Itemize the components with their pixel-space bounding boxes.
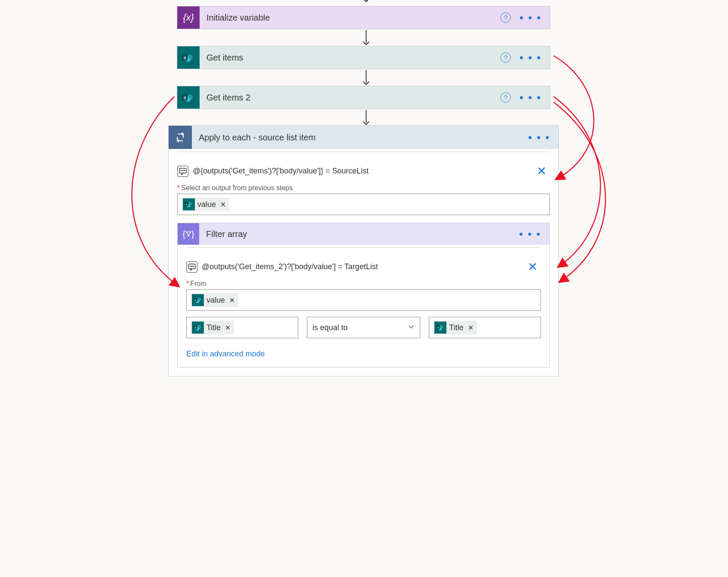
variable-icon: {x}: [177, 6, 200, 29]
from-input[interactable]: s value ✕: [186, 289, 541, 311]
more-menu-icon[interactable]: ● ● ●: [517, 12, 545, 23]
comment-icon: [186, 261, 197, 273]
filter-icon: { }: [178, 223, 199, 245]
card-title: Get items: [206, 53, 500, 63]
select-output-input[interactable]: s value ✕: [177, 194, 550, 215]
card-get-items[interactable]: S Get items ? ● ● ●: [177, 46, 550, 69]
field-label: *Select an output from previous steps: [177, 184, 550, 192]
comment-row: @{outputs('Get_items')?['body/value']} =…: [177, 164, 550, 178]
flow-arrow-icon: [362, 0, 370, 3]
loop-icon: [169, 126, 192, 149]
svg-point-6: [182, 170, 183, 171]
close-icon[interactable]: ✕: [528, 260, 541, 274]
sharepoint-icon: s: [434, 322, 446, 334]
help-icon[interactable]: ?: [500, 52, 511, 63]
token-value[interactable]: s value ✕: [191, 293, 238, 307]
close-icon[interactable]: ✕: [537, 164, 550, 178]
card-initialize-variable[interactable]: {x} Initialize variable ? ● ● ●: [177, 6, 550, 29]
sharepoint-icon: S: [177, 86, 200, 109]
card-get-items-2[interactable]: S Get items 2 ? ● ● ●: [177, 86, 550, 109]
help-icon[interactable]: ?: [500, 12, 511, 23]
sharepoint-icon: s: [183, 198, 195, 210]
flow-arrow-icon: [362, 110, 370, 126]
card-title: Filter array: [206, 229, 516, 239]
card-filter-array[interactable]: { } Filter array ● ● ● @out: [177, 223, 550, 367]
chevron-down-icon: [408, 323, 415, 332]
card-title: Apply to each - source list item: [199, 133, 525, 143]
svg-point-9: [190, 266, 191, 267]
flow-arrow-icon: [362, 70, 370, 86]
svg-point-5: [181, 170, 182, 171]
token-title-left[interactable]: s Title ✕: [191, 321, 234, 334]
token-value[interactable]: s value ✕: [182, 197, 229, 211]
card-title: Get items 2: [206, 93, 500, 103]
token-remove-icon[interactable]: ✕: [225, 324, 231, 332]
comment-row: @outputs('Get_items_2')?['body/value'] =…: [186, 260, 541, 274]
card-apply-to-each[interactable]: Apply to each - source list item ● ● ● @…: [168, 125, 559, 377]
token-remove-icon[interactable]: ✕: [468, 324, 473, 332]
field-label: *From: [186, 280, 541, 288]
token-title-right[interactable]: s Title ✕: [434, 321, 476, 334]
help-icon[interactable]: ?: [500, 92, 511, 103]
more-menu-icon[interactable]: ● ● ●: [525, 132, 553, 143]
sharepoint-icon: S: [177, 46, 200, 69]
condition-left-input[interactable]: s Title ✕: [186, 317, 298, 338]
comment-text: @{outputs('Get_items')?['body/value']} =…: [193, 167, 369, 176]
condition-right-input[interactable]: s Title ✕: [429, 317, 541, 338]
comment-text: @outputs('Get_items_2')?['body/value'] =…: [202, 262, 378, 271]
svg-point-10: [191, 266, 192, 267]
condition-operator-select[interactable]: is equal to: [307, 317, 421, 338]
more-menu-icon[interactable]: ● ● ●: [517, 52, 545, 63]
flow-arrow-icon: [362, 30, 370, 46]
comment-icon: [177, 166, 188, 177]
advanced-mode-link[interactable]: Edit in advanced mode: [186, 349, 541, 358]
token-remove-icon[interactable]: ✕: [220, 200, 226, 209]
sharepoint-icon: s: [192, 322, 204, 334]
token-remove-icon[interactable]: ✕: [229, 296, 235, 304]
svg-point-11: [193, 266, 194, 267]
more-menu-icon[interactable]: ● ● ●: [516, 228, 544, 240]
svg-point-7: [184, 170, 185, 171]
card-title: Initialize variable: [206, 13, 500, 23]
sharepoint-icon: s: [192, 294, 204, 306]
more-menu-icon[interactable]: ● ● ●: [517, 92, 545, 103]
